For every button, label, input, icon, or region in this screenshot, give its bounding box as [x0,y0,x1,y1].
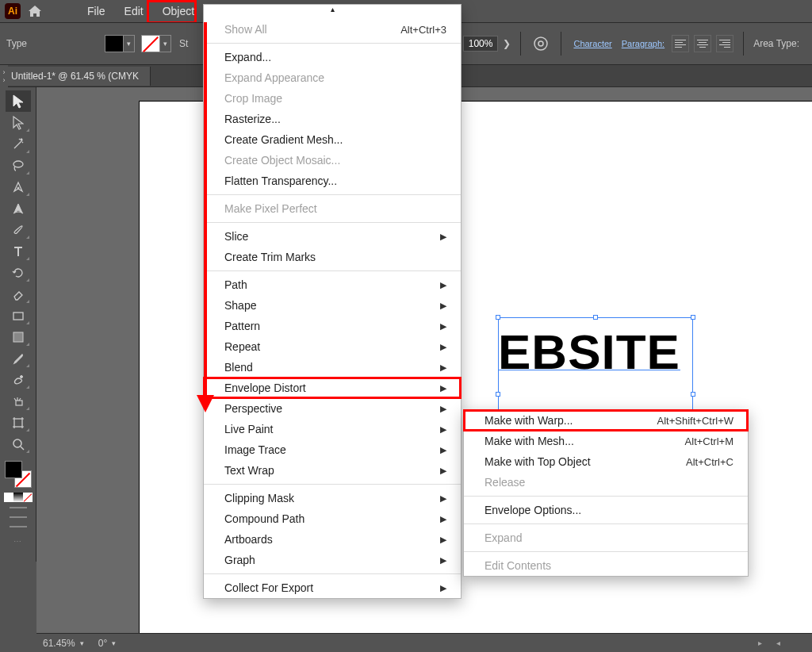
type-tool[interactable] [6,240,31,262]
menu-pattern[interactable]: Pattern▶ [204,316,461,336]
object-menu: ▴ Show AllAlt+Ctrl+3 Expand... Expand Ap… [203,4,462,599]
eraser-tool[interactable] [6,283,31,305]
stroke-label: St [179,38,188,49]
svg-rect-8 [14,419,22,427]
zoom-tool[interactable] [6,433,31,454]
type-label: Type [6,38,27,49]
svg-point-9 [13,439,21,447]
edit-toolbar-button[interactable]: ⋯ [13,537,23,546]
menu-envelope-distort[interactable]: Envelope Distort▶ [204,378,461,398]
angle-dropdown-icon[interactable]: ▾ [112,639,116,647]
menu-perspective[interactable]: Perspective▶ [204,398,461,419]
fill-stroke-control[interactable] [5,461,32,488]
envelope-distort-submenu: Make with Warp...Alt+Shift+Ctrl+W Make w… [463,409,749,577]
blob-brush-tool[interactable] [6,369,31,390]
stroke-dropdown[interactable]: ▾ [160,35,171,52]
menu-artboards[interactable]: Artboards▶ [204,529,461,550]
color-wheel-icon[interactable] [530,33,551,54]
menu-image-trace[interactable]: Image Trace▶ [204,439,461,460]
zoom-field[interactable]: 100% [463,36,499,52]
menu-compound-path[interactable]: Compound Path▶ [204,508,461,529]
align-right-button[interactable] [716,35,733,52]
area-type-label: Area Type: [753,38,799,49]
submenu-envelope-options[interactable]: Envelope Options... [464,500,748,520]
divider [743,32,744,56]
submenu-make-with-warp[interactable]: Make with Warp...Alt+Shift+Ctrl+W [464,410,748,431]
home-icon[interactable] [24,5,46,17]
panel-toggle-icon[interactable]: ›› [0,65,8,87]
app-logo: Ai [5,3,21,19]
menu-path[interactable]: Path▶ [204,274,461,295]
menu-scroll-up-icon[interactable]: ▴ [204,5,461,19]
fill-dropdown[interactable]: ▾ [124,35,135,52]
fill-color[interactable] [5,461,22,478]
paintbrush-tool[interactable] [6,219,31,240]
menu-blend[interactable]: Blend▶ [204,357,461,378]
rotate-tool[interactable] [6,262,31,283]
menu-slice[interactable]: Slice▶ [204,226,461,247]
color-mode-row[interactable] [4,493,33,502]
rectangle-tool[interactable] [6,326,31,347]
menu-show-all[interactable]: Show AllAlt+Ctrl+3 [204,19,461,40]
svg-point-6 [20,375,22,378]
submenu-edit-contents[interactable]: Edit Contents [464,555,748,576]
menu-flatten-transparency[interactable]: Flatten Transparency... [204,171,461,191]
status-bar: 61.45% ▾ 0° ▾ ▸ ◂ [36,633,812,652]
svg-rect-4 [13,313,23,320]
menu-expand[interactable]: Expand... [204,47,461,67]
submenu-release[interactable]: Release [464,472,748,493]
submenu-make-with-top-object[interactable]: Make with Top ObjectAlt+Ctrl+C [464,451,748,472]
menu-expand-appearance[interactable]: Expand Appearance [204,67,461,88]
menu-rasterize[interactable]: Rasterize... [204,109,461,129]
status-angle[interactable]: 0° [98,638,107,649]
document-tab[interactable]: Untitled-1* @ 61.45 % (CMYK [0,67,151,86]
menu-clipping-mask[interactable]: Clipping Mask▶ [204,488,461,508]
menu-shape[interactable]: Shape▶ [204,295,461,316]
menu-collect-for-export[interactable]: Collect For Export▶ [204,577,461,598]
direct-selection-tool[interactable] [6,112,31,133]
submenu-make-with-mesh[interactable]: Make with Mesh...Alt+Ctrl+M [464,431,748,451]
menu-text-wrap[interactable]: Text Wrap▶ [204,460,461,481]
fill-swatch[interactable] [105,35,124,52]
selection-tool[interactable] [6,90,31,112]
artboard-tool[interactable] [6,412,31,433]
zoom-dropdown-icon[interactable]: ▾ [80,639,84,647]
scrollbar-left-icon[interactable]: ▸ [758,639,762,647]
svg-point-3 [17,187,19,189]
symbol-sprayer-tool[interactable] [6,390,31,412]
stroke-swatch[interactable] [141,35,160,52]
svg-point-0 [534,37,547,50]
menu-create-trim-marks[interactable]: Create Trim Marks [204,247,461,267]
curvature-tool[interactable] [6,198,31,219]
shape-tool[interactable] [6,305,31,326]
svg-point-1 [538,41,543,46]
divider [561,32,561,56]
scrollbar-left-icon2[interactable]: ◂ [776,639,780,647]
menu-gradient-mesh[interactable]: Create Gradient Mesh... [204,129,461,150]
align-center-button[interactable] [694,35,711,52]
menu-pixel-perfect[interactable]: Make Pixel Perfect [204,198,461,219]
menu-graph[interactable]: Graph▶ [204,550,461,570]
menu-live-paint[interactable]: Live Paint▶ [204,419,461,439]
paragraph-panel-link[interactable]: Paragraph: [622,39,665,48]
lasso-tool[interactable] [6,155,31,176]
align-left-button[interactable] [672,35,689,52]
submenu-expand[interactable]: Expand [464,527,748,548]
menu-edit[interactable]: Edit [115,2,153,21]
svg-rect-5 [13,332,23,342]
menu-file[interactable]: File [78,2,115,21]
status-zoom[interactable]: 61.45% [43,638,75,649]
svg-rect-7 [16,401,22,405]
character-panel-link[interactable]: Character [573,39,611,48]
menu-repeat[interactable]: Repeat▶ [204,336,461,357]
divider [520,32,521,56]
menu-object-mosaic[interactable]: Create Object Mosaic... [204,150,461,171]
pen-tool[interactable] [6,176,31,198]
tool-panel: ⋯ [0,87,36,562]
magic-wand-tool[interactable] [6,133,31,155]
menu-crop-image[interactable]: Crop Image [204,88,461,109]
menu-object[interactable]: Object [153,2,204,21]
eyedropper-tool[interactable] [6,347,31,369]
chevron-right-icon[interactable]: ❯ [503,38,511,49]
draw-mode-icons[interactable] [10,507,27,534]
